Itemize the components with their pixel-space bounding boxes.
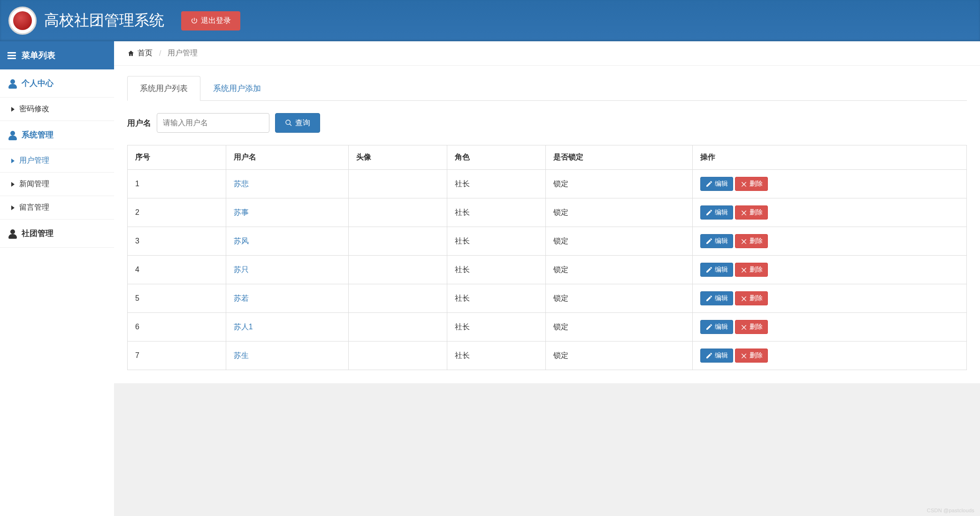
cell-role: 社长 xyxy=(447,198,545,227)
cell-username: 苏只 xyxy=(226,256,348,284)
cell-username: 苏悲 xyxy=(226,170,348,198)
cell-locked: 锁定 xyxy=(545,284,692,313)
cell-locked: 锁定 xyxy=(545,198,692,227)
username-link[interactable]: 苏风 xyxy=(234,237,249,245)
pencil-icon xyxy=(705,295,713,302)
breadcrumb-home[interactable]: 首页 xyxy=(127,48,153,58)
sidebar-sub-messages[interactable]: 留言管理 xyxy=(0,196,114,220)
main-content: 首页 / 用户管理 系统用户列表 系统用户添加 用户名 查询 xyxy=(114,41,980,516)
th-role: 角色 xyxy=(447,145,545,170)
edit-button[interactable]: 编辑 xyxy=(700,291,733,305)
table-row: 2苏事社长锁定编辑删除 xyxy=(128,198,967,227)
app-header: 高校社团管理系统 退出登录 xyxy=(0,0,980,41)
search-icon xyxy=(285,119,292,127)
sidebar-sub-news[interactable]: 新闻管理 xyxy=(0,173,114,196)
username-link[interactable]: 苏事 xyxy=(234,208,249,216)
username-link[interactable]: 苏生 xyxy=(234,351,249,359)
sidebar-item-club[interactable]: 社团管理 xyxy=(0,220,114,248)
cell-avatar xyxy=(349,256,447,284)
cell-seq: 4 xyxy=(128,256,226,284)
cell-avatar xyxy=(349,170,447,198)
cell-avatar xyxy=(349,341,447,370)
delete-button[interactable]: 删除 xyxy=(735,263,768,277)
logout-button[interactable]: 退出登录 xyxy=(181,11,240,30)
sidebar-item-personal[interactable]: 个人中心 xyxy=(0,69,114,98)
sidebar-item-label: 密码修改 xyxy=(19,104,49,114)
th-locked: 是否锁定 xyxy=(545,145,692,170)
th-seq: 序号 xyxy=(128,145,226,170)
cell-actions: 编辑删除 xyxy=(692,284,966,313)
delete-button[interactable]: 删除 xyxy=(735,291,768,305)
edit-button[interactable]: 编辑 xyxy=(700,349,733,363)
th-avatar: 头像 xyxy=(349,145,447,170)
edit-button[interactable]: 编辑 xyxy=(700,177,733,191)
cell-actions: 编辑删除 xyxy=(692,227,966,256)
close-icon xyxy=(740,352,748,359)
cell-role: 社长 xyxy=(447,313,545,341)
breadcrumb-separator: / xyxy=(159,49,161,58)
edit-button[interactable]: 编辑 xyxy=(700,263,733,277)
menu-header-label: 菜单列表 xyxy=(22,50,55,61)
cell-actions: 编辑删除 xyxy=(692,341,966,370)
cell-avatar xyxy=(349,313,447,341)
close-icon xyxy=(740,266,748,273)
cell-username: 苏人1 xyxy=(226,313,348,341)
edit-button[interactable]: 编辑 xyxy=(700,234,733,248)
edit-button[interactable]: 编辑 xyxy=(700,320,733,334)
close-icon xyxy=(740,209,748,216)
home-icon xyxy=(127,50,135,57)
cell-locked: 锁定 xyxy=(545,256,692,284)
caret-right-icon xyxy=(11,182,15,187)
cell-seq: 6 xyxy=(128,313,226,341)
cell-avatar xyxy=(349,198,447,227)
cell-seq: 2 xyxy=(128,198,226,227)
user-icon xyxy=(8,131,17,139)
user-table: 序号 用户名 头像 角色 是否锁定 操作 1苏悲社长锁定编辑删除2苏事社长锁定编… xyxy=(127,145,967,370)
cell-actions: 编辑删除 xyxy=(692,170,966,198)
username-link[interactable]: 苏人1 xyxy=(234,323,253,331)
menu-header: 菜单列表 xyxy=(0,41,114,69)
sidebar-item-system[interactable]: 系统管理 xyxy=(0,121,114,149)
delete-button[interactable]: 删除 xyxy=(735,320,768,334)
cell-seq: 3 xyxy=(128,227,226,256)
table-row: 7苏生社长锁定编辑删除 xyxy=(128,341,967,370)
sidebar-sub-password[interactable]: 密码修改 xyxy=(0,98,114,121)
sidebar-item-label: 社团管理 xyxy=(22,228,54,239)
cell-username: 苏若 xyxy=(226,284,348,313)
caret-right-icon xyxy=(11,205,15,210)
pencil-icon xyxy=(705,323,713,331)
cell-role: 社长 xyxy=(447,341,545,370)
cell-locked: 锁定 xyxy=(545,313,692,341)
edit-button[interactable]: 编辑 xyxy=(700,205,733,220)
delete-button[interactable]: 删除 xyxy=(735,234,768,248)
cell-actions: 编辑删除 xyxy=(692,313,966,341)
search-label: 用户名 xyxy=(127,118,151,129)
delete-button[interactable]: 删除 xyxy=(735,205,768,220)
username-link[interactable]: 苏若 xyxy=(234,294,249,302)
sidebar-item-label: 个人中心 xyxy=(22,78,54,89)
tab-user-add[interactable]: 系统用户添加 xyxy=(200,76,274,101)
table-row: 1苏悲社长锁定编辑删除 xyxy=(128,170,967,198)
app-title: 高校社团管理系统 xyxy=(44,10,164,31)
cell-username: 苏风 xyxy=(226,227,348,256)
search-input[interactable] xyxy=(157,113,269,133)
pencil-icon xyxy=(705,209,713,216)
cell-avatar xyxy=(349,284,447,313)
user-icon xyxy=(8,79,17,88)
table-row: 6苏人1社长锁定编辑删除 xyxy=(128,313,967,341)
search-button[interactable]: 查询 xyxy=(275,113,320,133)
tab-user-list[interactable]: 系统用户列表 xyxy=(127,76,200,101)
close-icon xyxy=(740,180,748,188)
th-actions: 操作 xyxy=(692,145,966,170)
search-row: 用户名 查询 xyxy=(127,101,967,145)
username-link[interactable]: 苏只 xyxy=(234,266,249,273)
delete-button[interactable]: 删除 xyxy=(735,177,768,191)
logout-label: 退出登录 xyxy=(201,16,231,26)
table-row: 4苏只社长锁定编辑删除 xyxy=(128,256,967,284)
breadcrumb: 首页 / 用户管理 xyxy=(114,41,980,66)
sidebar-sub-users[interactable]: 用户管理 xyxy=(0,149,114,173)
user-icon xyxy=(8,229,17,238)
username-link[interactable]: 苏悲 xyxy=(234,180,249,188)
close-icon xyxy=(740,295,748,302)
delete-button[interactable]: 删除 xyxy=(735,349,768,363)
